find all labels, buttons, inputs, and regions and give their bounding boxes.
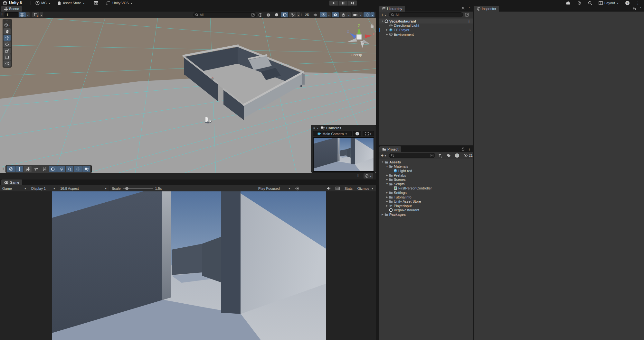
row-kebab-icon[interactable]: ⋮ [467, 20, 471, 23]
gizmos-toggle-dropdown[interactable]: ▼ [371, 12, 374, 17]
video-stats-button[interactable] [333, 185, 342, 191]
camera-select-dropdown[interactable]: Main Camera ▼ [313, 131, 352, 136]
overlay-grip[interactable]: ≡ [313, 126, 315, 130]
expander-collapsed-icon[interactable]: ▶ [385, 174, 389, 177]
axis-y-cone[interactable] [357, 27, 361, 34]
isolation-eye-button[interactable] [332, 12, 339, 17]
grid-snap-overlay-button[interactable] [24, 166, 32, 172]
tab-hierarchy[interactable]: Hierarchy [379, 6, 405, 12]
transform-overlay-button[interactable] [74, 166, 82, 172]
search-icon[interactable] [588, 1, 592, 5]
scale-slider[interactable] [123, 188, 153, 189]
history-icon[interactable] [577, 1, 582, 5]
increment-snap-overlay-button[interactable] [41, 166, 48, 172]
search-overlay-button[interactable] [66, 166, 73, 172]
transform-tool-button[interactable] [4, 60, 11, 67]
expander-expanded-icon[interactable]: ▼ [385, 183, 389, 185]
axis-z-cone[interactable] [350, 33, 356, 39]
foldout-arrow-icon[interactable]: ▼ [317, 127, 319, 129]
project-search-field[interactable] [389, 153, 435, 158]
aspect-dropdown[interactable]: 16:9 Aspect ▼ [58, 185, 109, 191]
create-asset-dropdown[interactable]: + ▼ [381, 153, 386, 157]
lock-icon[interactable] [461, 147, 465, 151]
create-object-dropdown[interactable]: + ▼ [381, 13, 386, 17]
overlay-grip[interactable]: ≡ [6, 20, 8, 22]
game-gizmos-dropdown[interactable]: Gizmos ▼ [355, 185, 376, 191]
display-dropdown[interactable]: Display 1 ▼ [29, 185, 58, 191]
search-by-label-icon[interactable] [447, 153, 451, 158]
snap-toggle-button[interactable] [32, 12, 39, 17]
project-row-unity-asset-store[interactable]: ▶Unity Asset Store [379, 199, 473, 204]
lock-icon[interactable] [371, 24, 374, 28]
rotate-tool-button[interactable] [4, 41, 11, 47]
panel-kebab-icon[interactable]: ⋮ [468, 7, 471, 10]
gizmo-visibility-overlay-button[interactable] [57, 166, 65, 172]
camera-info-button[interactable]: i [353, 131, 361, 136]
project-row-firstpersoncontroller[interactable]: #FirstPersonController [379, 186, 473, 191]
camera-fullscreen-button[interactable]: ▼ [363, 131, 374, 136]
vsync-toggle[interactable] [293, 185, 301, 191]
expander-expanded-icon[interactable]: ▼ [385, 165, 389, 168]
package-manager-button[interactable] [94, 0, 99, 6]
move-overlay-button[interactable] [15, 166, 23, 172]
scene-effects-button[interactable] [289, 12, 296, 17]
hierarchy-row-vegarestaurant[interactable]: ▼VegaRestaurant⋮ [379, 19, 473, 23]
chevron-right-icon[interactable]: › [469, 28, 471, 32]
project-row-materials[interactable]: ▼Materials [379, 164, 473, 169]
account-menu[interactable]: MC ▼ [35, 0, 51, 6]
axis-x-cone[interactable] [365, 34, 372, 38]
lock-icon[interactable] [461, 7, 465, 10]
topbar-kebab-icon[interactable]: ⋮ [636, 1, 639, 5]
expander-collapsed-icon[interactable]: ▶ [385, 200, 389, 203]
expander-expanded-icon[interactable]: ▼ [381, 20, 384, 22]
unity-vcs-menu[interactable]: Unity VCS ▼ [106, 0, 133, 6]
popout-icon[interactable] [465, 13, 469, 17]
rect-tool-button[interactable] [4, 54, 11, 60]
layout-dropdown[interactable]: Layout ▼ [599, 0, 619, 6]
cameras-overlay-toggle-button[interactable] [82, 166, 90, 172]
expander-expanded-icon[interactable]: ▼ [381, 161, 384, 163]
popout-icon[interactable] [251, 13, 255, 17]
cloud-icon[interactable] [566, 1, 571, 5]
layers-button[interactable] [340, 12, 347, 17]
tab-inspector[interactable]: Inspector [474, 6, 499, 12]
project-row-assets[interactable]: ▼Assets [379, 160, 473, 164]
play-focus-dropdown[interactable]: Play Focused ▼ [256, 185, 293, 191]
pivot-mode-dropdown[interactable]: ▼ [4, 22, 11, 28]
stats-toggle[interactable]: Stats [342, 185, 355, 191]
lighting-overlay-button[interactable] [49, 166, 57, 172]
gizmos-toggle-button[interactable] [364, 12, 371, 17]
layers-dropdown[interactable]: ▼ [347, 12, 351, 17]
scene-audio-toggle[interactable] [312, 12, 319, 17]
2d-mode-toggle[interactable]: 2D [304, 12, 311, 17]
view-options-button[interactable] [7, 166, 15, 172]
scene-effects-dropdown[interactable]: ▼ [297, 12, 300, 17]
lock-icon[interactable] [633, 7, 636, 10]
panel-kebab-icon[interactable]: ⋮ [468, 148, 471, 151]
overlay-grip[interactable]: ‖ [357, 174, 359, 178]
alert-icon[interactable]: ! [455, 153, 459, 158]
orientation-gizmo[interactable]: y x z ‹ Persp [342, 21, 376, 60]
project-row-packages[interactable]: ▶Packages [379, 212, 473, 217]
scene-search-field[interactable]: All [193, 12, 257, 17]
expander-collapsed-icon[interactable]: ▶ [381, 213, 384, 216]
tab-project[interactable]: Project [379, 146, 401, 152]
overlay-grip[interactable]: ‖ [3, 167, 4, 171]
expander-collapsed-icon[interactable]: ▶ [385, 191, 389, 194]
expander-collapsed-icon[interactable]: ▶ [385, 178, 389, 181]
game-target-dropdown[interactable]: Game ▼ [0, 185, 29, 191]
axis-neg-cone[interactable] [347, 38, 357, 42]
expander-collapsed-icon[interactable]: ▶ [385, 33, 389, 36]
play-button[interactable] [329, 0, 338, 6]
popout-icon[interactable] [430, 154, 433, 157]
unlit-mode-button[interactable] [273, 12, 280, 17]
scene-lighting-toggle[interactable] [281, 12, 288, 17]
orientation-overlay-button[interactable]: ▼ [364, 173, 373, 179]
grid-visibility-button[interactable] [19, 12, 26, 17]
scene-visibility-dropdown[interactable]: ▼ [327, 12, 331, 17]
cameras-overlay-header[interactable]: ≡ ▼ Cameras [311, 125, 376, 131]
game-audio-toggle[interactable] [324, 185, 333, 191]
hierarchy-row-fp-player[interactable]: ▶FP Player› [379, 28, 473, 32]
project-row-vegarestaurant[interactable]: VegaRestaurant [379, 208, 473, 213]
scale-tool-button[interactable] [4, 48, 11, 54]
